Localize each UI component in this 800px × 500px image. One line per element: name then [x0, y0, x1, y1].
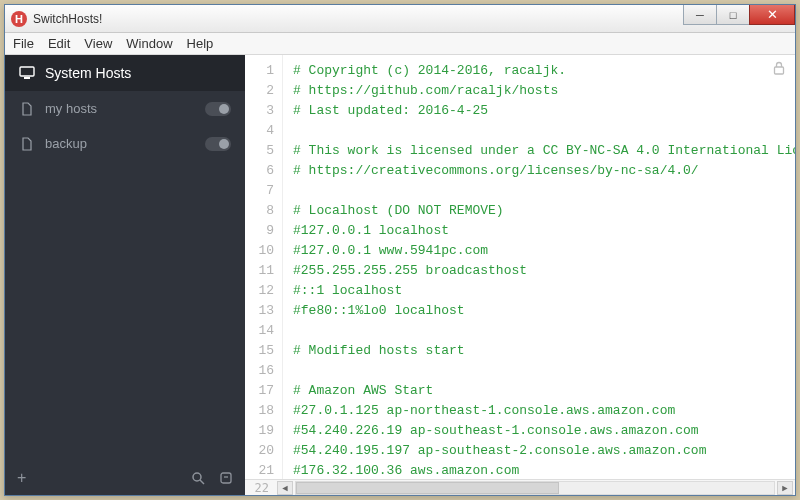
line-number: 8: [245, 201, 274, 221]
horizontal-scrollbar[interactable]: 22 ◄ ►: [245, 479, 795, 495]
line-number: 14: [245, 321, 274, 341]
line-number: 13: [245, 301, 274, 321]
menu-file[interactable]: File: [13, 36, 34, 51]
close-button[interactable]: ✕: [749, 5, 795, 25]
line-gutter: 123456789101112131415161718192021: [245, 55, 283, 479]
minimize-button[interactable]: ─: [683, 5, 717, 25]
code-line[interactable]: # https://github.com/racaljk/hosts: [293, 81, 795, 101]
svg-rect-1: [24, 77, 30, 79]
code-line[interactable]: #127.0.0.1 localhost: [293, 221, 795, 241]
window-buttons: ─ □ ✕: [684, 5, 795, 32]
line-number: 18: [245, 401, 274, 421]
line-number: 1: [245, 61, 274, 81]
editor-pane: 123456789101112131415161718192021 # Copy…: [245, 55, 795, 495]
archive-icon[interactable]: [219, 471, 233, 485]
line-number: 12: [245, 281, 274, 301]
sidebar-footer: +: [5, 461, 245, 495]
svg-rect-0: [20, 67, 34, 76]
scroll-track[interactable]: [295, 481, 775, 495]
svg-line-3: [200, 480, 204, 484]
scroll-thumb[interactable]: [296, 482, 559, 494]
titlebar[interactable]: H SwitchHosts! ─ □ ✕: [5, 5, 795, 33]
scroll-left-button[interactable]: ◄: [277, 481, 293, 495]
line-number: 4: [245, 121, 274, 141]
code-lines[interactable]: # Copyright (c) 2014-2016, racaljk.# htt…: [283, 55, 795, 479]
sidebar: System Hosts my hosts backup +: [5, 55, 245, 495]
line-number: 10: [245, 241, 274, 261]
menu-help[interactable]: Help: [187, 36, 214, 51]
code-line[interactable]: #::1 localhost: [293, 281, 795, 301]
code-line[interactable]: # This work is licensed under a CC BY-NC…: [293, 141, 795, 161]
line-number: 16: [245, 361, 274, 381]
code-line[interactable]: #27.0.1.125 ap-northeast-1.console.aws.a…: [293, 401, 795, 421]
toggle-switch[interactable]: [205, 137, 231, 151]
menubar: File Edit View Window Help: [5, 33, 795, 55]
code-line[interactable]: [293, 361, 795, 381]
app-body: System Hosts my hosts backup +: [5, 55, 795, 495]
svg-rect-6: [775, 67, 784, 74]
line-number: 11: [245, 261, 274, 281]
sidebar-header-label: System Hosts: [45, 65, 131, 81]
app-icon: H: [11, 11, 27, 27]
code-line[interactable]: # Copyright (c) 2014-2016, racaljk.: [293, 61, 795, 81]
lock-icon: [773, 61, 785, 75]
extra-line-number: 22: [247, 481, 275, 495]
code-line[interactable]: # Localhost (DO NOT REMOVE): [293, 201, 795, 221]
code-line[interactable]: #54.240.195.197 ap-southeast-2.console.a…: [293, 441, 795, 461]
code-line[interactable]: [293, 121, 795, 141]
menu-window[interactable]: Window: [126, 36, 172, 51]
sidebar-item-my-hosts[interactable]: my hosts: [5, 91, 245, 126]
code-line[interactable]: # https://creativecommons.org/licenses/b…: [293, 161, 795, 181]
line-number: 15: [245, 341, 274, 361]
code-line[interactable]: # Amazon AWS Start: [293, 381, 795, 401]
scroll-right-button[interactable]: ►: [777, 481, 793, 495]
code-line[interactable]: # Modified hosts start: [293, 341, 795, 361]
sidebar-item-label: my hosts: [45, 101, 195, 116]
code-line[interactable]: #127.0.0.1 www.5941pc.com: [293, 241, 795, 261]
menu-view[interactable]: View: [84, 36, 112, 51]
sidebar-header-system-hosts[interactable]: System Hosts: [5, 55, 245, 91]
code-line[interactable]: #fe80::1%lo0 localhost: [293, 301, 795, 321]
sidebar-item-label: backup: [45, 136, 195, 151]
code-line[interactable]: #176.32.100.36 aws.amazon.com: [293, 461, 795, 479]
menu-edit[interactable]: Edit: [48, 36, 70, 51]
app-window: H SwitchHosts! ─ □ ✕ File Edit View Wind…: [4, 4, 796, 496]
add-button[interactable]: +: [17, 469, 26, 487]
maximize-button[interactable]: □: [716, 5, 750, 25]
code-line[interactable]: [293, 181, 795, 201]
code-line[interactable]: #255.255.255.255 broadcasthost: [293, 261, 795, 281]
line-number: 17: [245, 381, 274, 401]
line-number: 20: [245, 441, 274, 461]
line-number: 9: [245, 221, 274, 241]
line-number: 6: [245, 161, 274, 181]
code-line[interactable]: # Last updated: 2016-4-25: [293, 101, 795, 121]
line-number: 3: [245, 101, 274, 121]
code-area[interactable]: 123456789101112131415161718192021 # Copy…: [245, 55, 795, 479]
svg-rect-4: [221, 473, 231, 483]
code-line[interactable]: [293, 321, 795, 341]
line-number: 5: [245, 141, 274, 161]
file-icon: [19, 102, 35, 116]
code-line[interactable]: #54.240.226.19 ap-southeast-1.console.aw…: [293, 421, 795, 441]
window-title: SwitchHosts!: [33, 12, 684, 26]
line-number: 19: [245, 421, 274, 441]
monitor-icon: [19, 66, 35, 80]
svg-point-2: [193, 473, 201, 481]
search-icon[interactable]: [191, 471, 205, 485]
line-number: 2: [245, 81, 274, 101]
line-number: 21: [245, 461, 274, 479]
line-number: 7: [245, 181, 274, 201]
file-icon: [19, 137, 35, 151]
sidebar-item-backup[interactable]: backup: [5, 126, 245, 161]
toggle-switch[interactable]: [205, 102, 231, 116]
